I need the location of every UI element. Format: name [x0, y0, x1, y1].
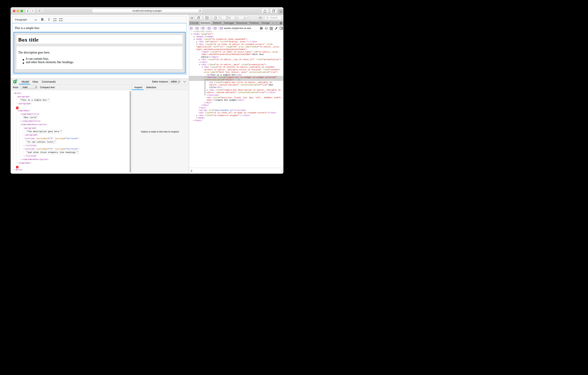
svg-text:2: 2: [53, 20, 54, 22]
svg-text:1: 1: [53, 18, 54, 20]
